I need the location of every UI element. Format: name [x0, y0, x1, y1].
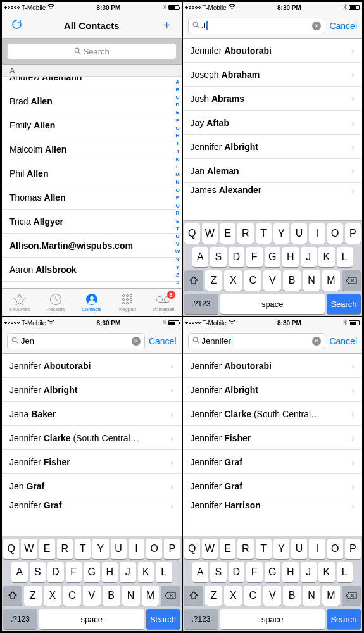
key-b[interactable]: B: [283, 586, 301, 606]
key-search[interactable]: Search: [327, 609, 361, 629]
key-j[interactable]: J: [301, 562, 317, 582]
key-i[interactable]: I: [309, 539, 325, 559]
key-mode[interactable]: .?123: [3, 609, 37, 629]
tab-favorites[interactable]: Favorites: [2, 289, 38, 316]
clear-icon[interactable]: ✕: [132, 337, 141, 346]
key-y[interactable]: Y: [273, 223, 289, 244]
contact-row[interactable]: Josh Abrams ›: [183, 87, 363, 111]
contact-row[interactable]: Jay Aftab ›: [183, 111, 363, 135]
tab-contacts[interactable]: Contacts: [73, 289, 110, 316]
key-shift[interactable]: [184, 586, 203, 606]
index-Q[interactable]: Q: [175, 203, 181, 208]
index-X[interactable]: X: [175, 257, 181, 263]
index-C[interactable]: C: [175, 94, 181, 100]
key-s[interactable]: S: [210, 562, 227, 582]
key-shift[interactable]: [184, 270, 203, 291]
index-D[interactable]: D: [175, 102, 181, 108]
key-d[interactable]: D: [229, 562, 245, 582]
key-c[interactable]: C: [63, 586, 81, 606]
index-K[interactable]: K: [175, 156, 181, 162]
key-k[interactable]: K: [138, 562, 154, 582]
key-f[interactable]: F: [246, 247, 263, 267]
cancel-button[interactable]: Cancel: [149, 336, 177, 346]
key-m[interactable]: M: [322, 270, 340, 291]
results-list[interactable]: Jennifer Aboutorabi › Jennifer Albright …: [183, 354, 363, 536]
contact-row[interactable]: Jennifer Aboutorabi ›: [183, 39, 363, 63]
key-u[interactable]: U: [291, 223, 307, 244]
key-i[interactable]: I: [309, 223, 325, 244]
index-G[interactable]: G: [175, 125, 181, 131]
key-j[interactable]: J: [120, 562, 136, 582]
key-f[interactable]: F: [66, 562, 82, 582]
contact-row[interactable]: Jan Aleman ›: [183, 159, 363, 183]
contact-row[interactable]: Jennifer Aboutorabi ›: [183, 354, 363, 378]
key-shift[interactable]: [3, 586, 22, 606]
key-p[interactable]: P: [345, 539, 361, 559]
key-g[interactable]: G: [265, 247, 281, 267]
key-a[interactable]: A: [11, 562, 28, 582]
key-g[interactable]: G: [84, 562, 100, 582]
key-c[interactable]: C: [244, 586, 261, 606]
key-w[interactable]: W: [202, 223, 218, 244]
key-h[interactable]: H: [282, 562, 299, 582]
results-list[interactable]: Jennifer Aboutorabi › Joseph Abraham › J…: [183, 39, 363, 220]
contact-row[interactable]: Allison.Martin@wispubs.com: [2, 234, 182, 258]
key-p[interactable]: P: [345, 223, 361, 244]
index-A[interactable]: A: [175, 79, 181, 85]
key-v[interactable]: V: [263, 586, 281, 606]
contact-row[interactable]: Jennifer Aboutorabi ›: [2, 354, 182, 378]
key-d[interactable]: D: [47, 562, 64, 582]
key-n[interactable]: N: [303, 586, 320, 606]
key-l[interactable]: L: [337, 247, 353, 267]
index-H[interactable]: H: [175, 133, 181, 139]
add-button[interactable]: +: [158, 18, 177, 33]
contact-row[interactable]: Jennifer Clarke (South Central… ›: [2, 426, 182, 450]
key-m[interactable]: M: [322, 586, 340, 606]
contact-row[interactable]: Phil Allen: [2, 161, 182, 185]
alpha-index[interactable]: ABCDEFGHIJKLMNOPQRSTUVWXYZ#: [175, 77, 181, 288]
key-l[interactable]: L: [337, 562, 353, 582]
index-V[interactable]: V: [175, 241, 181, 247]
key-delete[interactable]: [342, 586, 361, 606]
contact-row[interactable]: Andrew Allemann: [2, 77, 182, 89]
key-e[interactable]: E: [220, 223, 235, 244]
index-L[interactable]: L: [175, 164, 181, 170]
key-n[interactable]: N: [303, 270, 320, 291]
index-I[interactable]: I: [175, 141, 181, 146]
key-delete[interactable]: [161, 586, 180, 606]
index-#[interactable]: #: [175, 280, 181, 285]
key-a[interactable]: A: [192, 247, 209, 267]
key-l[interactable]: L: [156, 562, 172, 582]
clear-icon[interactable]: ✕: [312, 337, 321, 346]
key-z[interactable]: Z: [24, 586, 42, 606]
contact-row[interactable]: Jen Graf ›: [2, 474, 182, 498]
key-r[interactable]: R: [57, 539, 73, 559]
contact-row[interactable]: Jennifer Albright ›: [183, 378, 363, 402]
contact-row[interactable]: Malcolm Allen: [2, 137, 182, 161]
key-search[interactable]: Search: [327, 294, 361, 314]
key-k[interactable]: K: [318, 247, 335, 267]
contact-row[interactable]: Jennifer Harrison ›: [183, 498, 363, 512]
index-B[interactable]: B: [175, 87, 181, 92]
key-y[interactable]: Y: [273, 539, 289, 559]
key-t[interactable]: T: [256, 539, 272, 559]
key-p[interactable]: P: [164, 539, 180, 559]
key-delete[interactable]: [342, 270, 361, 291]
key-o[interactable]: O: [327, 539, 343, 559]
refresh-button[interactable]: [7, 19, 26, 32]
contact-row[interactable]: Thomas Allen: [2, 185, 182, 210]
key-t[interactable]: T: [75, 539, 91, 559]
contact-row[interactable]: Jennifer Graf ›: [2, 498, 182, 512]
contact-row[interactable]: Emily Allen: [2, 113, 182, 137]
key-z[interactable]: Z: [205, 586, 223, 606]
key-u[interactable]: U: [291, 539, 307, 559]
results-list[interactable]: Jennifer Aboutorabi › Jennifer Albright …: [2, 354, 182, 536]
key-mode[interactable]: .?123: [184, 609, 218, 629]
tab-recents[interactable]: Recents: [38, 289, 74, 316]
contact-row[interactable]: Jena Baker ›: [2, 402, 182, 426]
key-x[interactable]: X: [224, 586, 242, 606]
key-s[interactable]: S: [30, 562, 46, 582]
key-h[interactable]: H: [102, 562, 118, 582]
key-z[interactable]: Z: [205, 270, 223, 291]
index-W[interactable]: W: [175, 249, 181, 254]
